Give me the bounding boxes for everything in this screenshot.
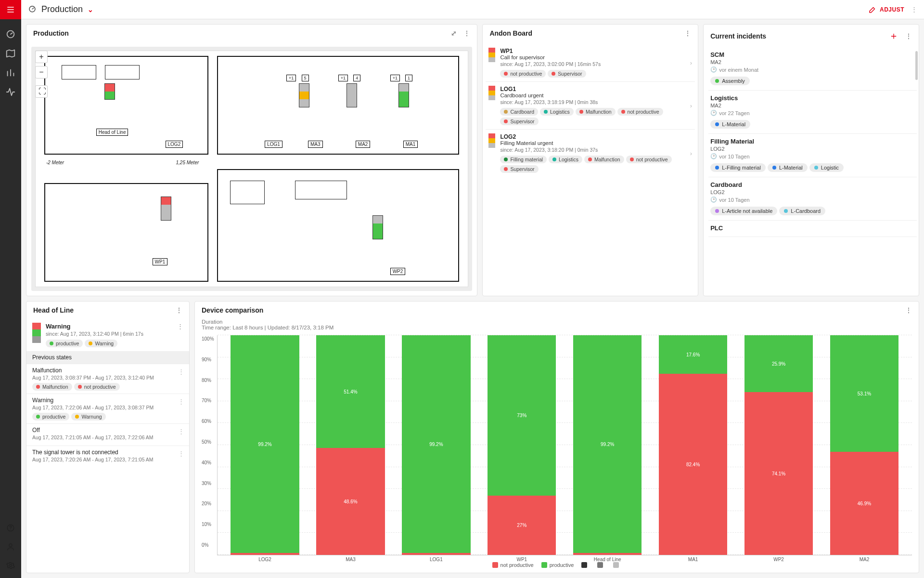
chart-segment: 99.2%	[402, 335, 470, 553]
map-label: LOG2	[166, 141, 183, 148]
nav-dashboard-icon[interactable]	[5, 29, 16, 39]
adjust-button[interactable]: ADJUST	[868, 5, 904, 14]
hol-prev-row[interactable]: The signal tower is not connected Aug 17…	[26, 446, 189, 468]
clock-icon: 🕑	[710, 110, 717, 116]
devcomp-timerange: Time range: Last 8 hours | Updated: 8/17…	[202, 325, 912, 330]
left-nav-rail	[0, 0, 21, 578]
tag-chip: productive	[32, 413, 69, 420]
hol-prev-range: Aug 17, 2023, 3:08:37 PM - Aug 17, 2023,…	[32, 375, 183, 381]
production-title: Production	[33, 29, 69, 37]
fullscreen-button[interactable]: ⛶	[35, 85, 48, 98]
signal-light-icon	[488, 48, 495, 78]
clock-icon: 🕑	[710, 153, 717, 159]
incident-item[interactable]: PLC	[708, 221, 917, 237]
andon-item-id: LOG1	[500, 86, 685, 92]
production-kebab-icon[interactable]: ⋮	[463, 29, 470, 37]
hol-prev-range: Aug 17, 2023, 7:20:26 AM - Aug 17, 2023,…	[32, 457, 183, 462]
legend-item	[581, 562, 590, 568]
hol-prev-row[interactable]: Warning Aug 17, 2023, 7:22:06 AM - Aug 1…	[26, 394, 189, 423]
hol-current-since: since: Aug 17, 2023, 3:12:40 PM | 6min 1…	[46, 331, 172, 337]
hol-kebab-icon[interactable]: ⋮	[176, 306, 182, 314]
add-incident-button[interactable]: ＋	[889, 29, 898, 42]
nav-activity-icon[interactable]	[5, 87, 16, 97]
incident-item[interactable]: Logistics MA2 🕑vor 22 Tagen L-Material	[708, 91, 917, 134]
hol-prev-kebab-icon[interactable]: ⋮	[178, 428, 184, 435]
nav-help-icon[interactable]	[6, 524, 15, 534]
hol-prev-kebab-icon[interactable]: ⋮	[178, 368, 184, 375]
zoom-out-button[interactable]: −	[35, 66, 48, 79]
chart-segment: 73%	[488, 335, 556, 496]
incident-item[interactable]: Filling Material LOG2 🕑vor 10 Tagen L-Fi…	[708, 134, 917, 177]
incident-sub: MA2	[710, 103, 915, 108]
zoom-in-button[interactable]: +	[35, 51, 48, 63]
andon-item-message: Cardboard urgent	[500, 92, 685, 98]
hol-prev-header: Previous states	[26, 351, 189, 364]
hol-prev-kebab-icon[interactable]: ⋮	[178, 398, 184, 405]
map-label: MA1	[403, 141, 418, 148]
signal-light-icon	[488, 133, 495, 173]
tag-chip: not productive	[500, 70, 546, 78]
signal-light-icon	[488, 86, 495, 125]
hol-current-state: Warning	[46, 323, 172, 330]
nav-analytics-icon[interactable]	[5, 67, 16, 78]
brand-logo[interactable]	[0, 0, 21, 19]
andon-item-since: since: Aug 17, 2023, 3:02:00 PM | 16min …	[500, 61, 685, 67]
incident-title: PLC	[710, 224, 915, 232]
chart-segment: 99.2%	[231, 335, 299, 553]
device-comparison-chart: 99.2%LOG248.6%51.4%MA399.2%LOG127%73%WP1…	[217, 335, 912, 555]
legend-item	[613, 562, 621, 568]
incident-item[interactable]: Cardboard LOG2 🕑vor 10 Tagen L-Article n…	[708, 177, 917, 221]
chart-x-label: MA1	[688, 557, 698, 562]
incident-title: Logistics	[710, 94, 915, 102]
chart-segment: 17.6%	[659, 335, 727, 374]
incident-item[interactable]: SCM MA2 🕑vor einem Monat Assembly	[708, 47, 917, 91]
hol-prev-row[interactable]: Off Aug 17, 2023, 7:21:05 AM - Aug 17, 2…	[26, 423, 189, 446]
map-label: Head of Line	[96, 129, 128, 136]
hol-prev-row[interactable]: Malfunction Aug 17, 2023, 3:08:37 PM - A…	[26, 364, 189, 394]
legend-item: not productive	[492, 562, 534, 568]
hol-prev-range: Aug 17, 2023, 7:21:05 AM - Aug 17, 2023,…	[32, 434, 183, 440]
chart-x-label: WP1	[516, 557, 527, 562]
andon-item-since: since: Aug 17, 2023, 3:18:19 PM | 0min 3…	[500, 99, 685, 105]
svg-point-2	[9, 544, 12, 547]
topbar-kebab-icon[interactable]: ⋮	[911, 6, 917, 13]
hol-prev-state: Warning	[32, 397, 183, 404]
production-panel: Production ⤢ ⋮ + − ⛶	[26, 24, 477, 296]
incident-pill: L-Material	[710, 120, 750, 129]
andon-item[interactable]: LOG1 Cardboard urgent since: Aug 17, 202…	[486, 81, 695, 129]
floorplan-map[interactable]: Head of Line LOG2 LOG1 MA3 MA2 MA1 WP1 W…	[35, 51, 468, 287]
andon-kebab-icon[interactable]: ⋮	[684, 29, 691, 37]
nav-settings-icon[interactable]	[6, 561, 15, 571]
andon-item-id: WP1	[500, 48, 685, 54]
chevron-right-icon: ›	[690, 150, 692, 157]
nav-map-icon[interactable]	[5, 48, 16, 59]
hol-current-kebab-icon[interactable]: ⋮	[177, 323, 183, 347]
devcomp-title: Device comparison	[202, 306, 263, 314]
incidents-kebab-icon[interactable]: ⋮	[905, 32, 912, 40]
hol-prev-kebab-icon[interactable]: ⋮	[178, 450, 184, 457]
tag-chip: Malfunction	[584, 156, 624, 163]
topbar: Production ⌄ ADJUST ⋮	[21, 0, 924, 19]
hol-prev-state: The signal tower is not connected	[32, 449, 183, 456]
tag-chip: Malfunction	[32, 383, 72, 391]
incident-pill: L-Article not available	[710, 207, 777, 215]
expand-icon[interactable]: ⤢	[451, 29, 457, 37]
andon-item-message: Call for supervisor	[500, 54, 685, 60]
tag-chip: Logistics	[540, 108, 574, 116]
andon-item-message: Filling Material urgent	[500, 140, 685, 146]
andon-item-since: since: Aug 17, 2023, 3:18:20 PM | 0min 3…	[500, 147, 685, 153]
chart-segment: 51.4%	[316, 335, 385, 448]
chart-segment	[573, 553, 642, 555]
chart-x-label: LOG2	[258, 557, 271, 562]
page-title-dropdown[interactable]: Production ⌄	[28, 4, 93, 14]
chart-segment	[402, 553, 470, 555]
andon-item[interactable]: LOG2 Filling Material urgent since: Aug …	[486, 129, 695, 177]
tag-chip: not productive	[617, 108, 663, 116]
chart-segment: 74.1%	[744, 392, 813, 555]
incident-sub: LOG2	[710, 146, 915, 152]
devcomp-kebab-icon[interactable]: ⋮	[905, 306, 912, 314]
hol-prev-state: Malfunction	[32, 367, 183, 374]
andon-item[interactable]: WP1 Call for supervisor since: Aug 17, 2…	[486, 44, 695, 81]
chevron-down-icon: ⌄	[88, 6, 93, 13]
nav-account-icon[interactable]	[6, 542, 15, 552]
